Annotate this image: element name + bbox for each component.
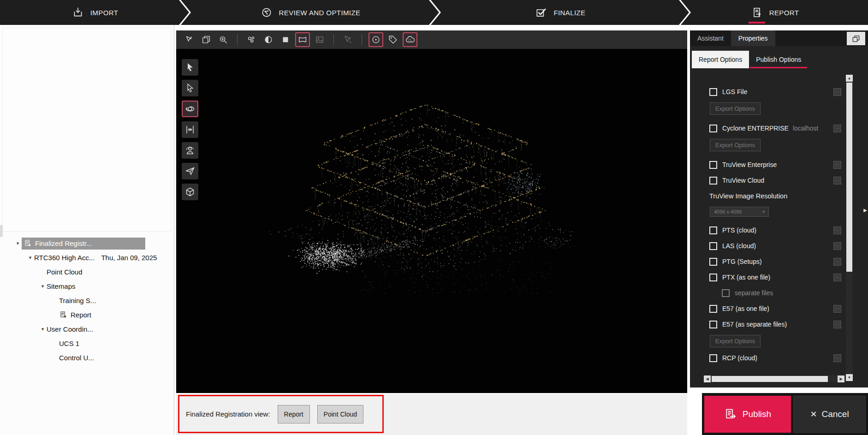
- publish-option-truview-cloud: TruView Cloud⋯: [709, 175, 844, 185]
- checkbox[interactable]: [709, 177, 717, 185]
- report-view-button[interactable]: Report: [278, 405, 310, 423]
- tab-report-options[interactable]: Report Options: [692, 51, 749, 68]
- panel-layout-button[interactable]: [847, 32, 865, 45]
- tab-properties[interactable]: Properties: [731, 30, 775, 46]
- workflow-step-review-and-optimize[interactable]: REVIEW AND OPTIMIZE: [181, 0, 439, 25]
- tab-publish-options[interactable]: Publish Options: [749, 51, 808, 68]
- truview-resolution-select[interactable]: 4096 x 4096▾: [710, 207, 769, 217]
- expander-icon[interactable]: ▾: [14, 240, 22, 246]
- sphere-render-button[interactable]: [261, 32, 276, 47]
- viewport-3d[interactable]: [176, 49, 687, 393]
- workflow-step-report[interactable]: REPORT: [681, 0, 868, 25]
- tree-item[interactable]: ▾Finalized Registr...: [0, 236, 174, 250]
- horizontal-scroll-thumb[interactable]: [712, 376, 828, 382]
- point-cloud-button[interactable]: [403, 32, 417, 47]
- option-settings-button[interactable]: ⋯: [833, 226, 841, 234]
- option-settings-button[interactable]: ⋯: [833, 125, 841, 132]
- workflow-step-finalize[interactable]: FINALIZE: [431, 0, 689, 25]
- publish-button[interactable]: Publish: [704, 396, 791, 433]
- option-settings-button[interactable]: ⋯: [833, 274, 841, 281]
- import-icon-wrap: [71, 6, 85, 19]
- expander-icon[interactable]: ▾: [26, 255, 34, 261]
- select-cursor-button[interactable]: [182, 59, 198, 76]
- vertical-scrollbar[interactable]: ▲ ▼: [846, 75, 853, 381]
- import-icon: [72, 6, 84, 18]
- fly-mode-button[interactable]: [182, 163, 198, 179]
- pick-multiple-button[interactable]: [182, 32, 196, 47]
- checkbox[interactable]: [709, 161, 717, 169]
- scroll-down-button[interactable]: ▼: [846, 374, 853, 381]
- checkbox[interactable]: [709, 242, 717, 250]
- left-panel-collapse-handle[interactable]: [0, 225, 3, 237]
- publish-option-truview-enterprise: TruView Enterprise⋯: [709, 160, 844, 170]
- option-settings-button[interactable]: ⋯: [833, 354, 841, 362]
- tree-item-label: Sitemaps: [47, 282, 76, 290]
- checkbox[interactable]: [709, 258, 717, 266]
- labels-button[interactable]: [386, 32, 400, 47]
- duplicate-view-button[interactable]: [199, 32, 214, 47]
- tree-item[interactable]: UCS 1: [0, 336, 174, 351]
- checkbox[interactable]: [709, 305, 717, 313]
- option-settings-button[interactable]: ⋯: [833, 258, 841, 266]
- option-settings-button[interactable]: ⋯: [833, 161, 841, 169]
- checkbox[interactable]: [709, 354, 717, 362]
- zoom-region-button[interactable]: [216, 32, 231, 47]
- point-cloud-view-button[interactable]: Point Cloud: [317, 405, 363, 423]
- pan-button[interactable]: [182, 121, 198, 138]
- checkbox[interactable]: [709, 274, 717, 281]
- scroll-up-button[interactable]: ▲: [846, 75, 853, 82]
- expander-icon[interactable]: ▾: [39, 283, 47, 289]
- checkbox[interactable]: [709, 125, 717, 132]
- option-label: Cyclone ENTERPRISE: [722, 125, 789, 132]
- checkbox[interactable]: [709, 88, 717, 96]
- tree-item-date: Thu, Jan 09, 2025: [101, 254, 157, 262]
- checkbox[interactable]: [722, 289, 730, 297]
- selected-tree-item[interactable]: Finalized Registr...: [22, 238, 145, 250]
- toolbar-separator: [333, 34, 334, 45]
- setup-markers-button[interactable]: [369, 32, 383, 47]
- checkbox[interactable]: [709, 226, 717, 234]
- tree-item[interactable]: Training S...: [0, 293, 174, 308]
- fly-mode-icon: [184, 166, 196, 177]
- smart-pick-button[interactable]: [340, 32, 355, 47]
- panorama-view-button[interactable]: [295, 32, 310, 47]
- tree-item[interactable]: Control U...: [0, 351, 174, 365]
- view-cube-button[interactable]: [182, 184, 198, 200]
- setup-view-button[interactable]: [182, 142, 198, 159]
- scroll-right-button[interactable]: ▶: [838, 375, 844, 382]
- multi-select-cursor-button[interactable]: [182, 80, 198, 96]
- tree-item[interactable]: ▾Sitemaps: [0, 279, 174, 293]
- option-label: PTX (as one file): [722, 274, 770, 281]
- tree-item-label: Training S...: [59, 297, 96, 304]
- tree-item[interactable]: Report: [0, 308, 174, 322]
- cancel-button-label: Cancel: [821, 409, 849, 419]
- image-view-button[interactable]: [312, 32, 327, 47]
- expander-icon[interactable]: ▾: [39, 326, 47, 332]
- solid-square-button[interactable]: [278, 32, 293, 47]
- workflow-step-import[interactable]: IMPORT: [0, 0, 189, 25]
- option-settings-button[interactable]: ⋯: [833, 88, 841, 96]
- export-options-button[interactable]: Export Options: [710, 102, 761, 115]
- publish-button-label: Publish: [743, 409, 771, 419]
- bubble-view-button[interactable]: [244, 32, 259, 47]
- option-settings-button[interactable]: ⋯: [833, 177, 841, 185]
- tree-item[interactable]: Point Cloud: [0, 265, 174, 279]
- export-options-button[interactable]: Export Options: [710, 335, 761, 347]
- scroll-left-button[interactable]: ◀: [704, 375, 711, 382]
- horizontal-scrollbar[interactable]: ◀ ▶: [704, 375, 844, 382]
- export-options-button[interactable]: Export Options: [710, 139, 761, 151]
- right-panel-expand-handle[interactable]: ▶: [862, 208, 868, 213]
- option-settings-button[interactable]: ⋯: [833, 305, 841, 313]
- option-settings-button[interactable]: ⋯: [833, 321, 841, 328]
- publish-option-cyclone-enterprise: Cyclone ENTERPRISElocalhost⋯: [709, 123, 844, 133]
- tree-item[interactable]: ▾User Coordin...: [0, 322, 174, 336]
- cancel-button[interactable]: ✕ Cancel: [793, 396, 866, 433]
- tree-item[interactable]: ▾RTC360 High Acc...Thu, Jan 09, 2025: [0, 250, 174, 265]
- vertical-scroll-thumb[interactable]: [846, 83, 852, 272]
- tab-assistant[interactable]: Assistant: [690, 30, 731, 46]
- option-label: PTG (Setups): [722, 258, 762, 265]
- orbit-button[interactable]: [182, 101, 198, 117]
- sphere-render-icon: [263, 35, 273, 45]
- checkbox[interactable]: [709, 321, 717, 328]
- option-settings-button[interactable]: ⋯: [833, 242, 841, 250]
